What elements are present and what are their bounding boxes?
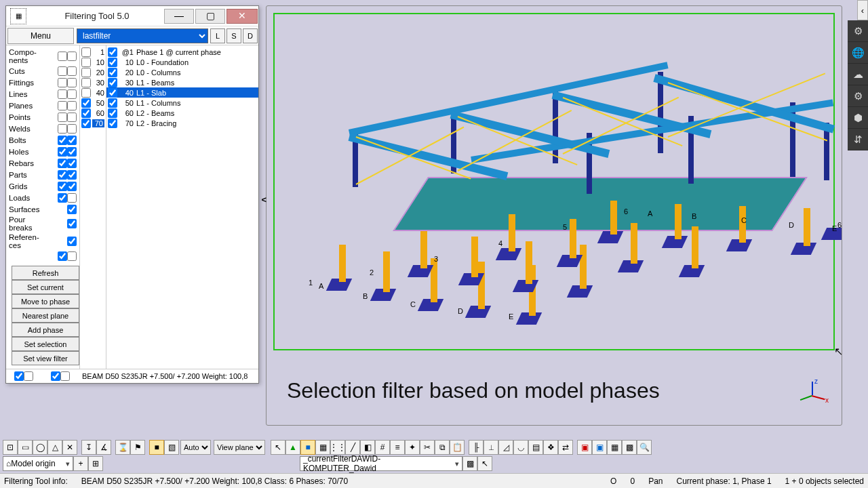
filter-combo[interactable]: lastfilter [77,28,208,43]
phase-cb[interactable] [108,98,117,108]
D-button[interactable]: D [243,28,258,43]
category-cb2[interactable] [67,159,77,168]
category-cb2[interactable] [67,78,77,87]
collapse-handle[interactable]: < [261,195,267,205]
app2-icon[interactable]: ▣ [592,440,607,455]
model-origin-combo[interactable]: ⌂ Model origin [3,456,73,471]
phase-num-cb[interactable] [81,68,91,77]
phase-num-cb[interactable] [81,119,91,128]
paste-icon[interactable]: 📋 [450,440,465,455]
phase-row[interactable]: 10L0 - Foundation [106,57,258,67]
tool-angle-icon[interactable]: ∡ [96,440,111,455]
set-selection-button[interactable]: Set selection [12,337,79,351]
phase-cb[interactable] [108,119,117,128]
category-cb2[interactable] [67,136,77,145]
phase-number[interactable]: 10 [92,58,104,66]
category-cb2[interactable] [67,193,77,203]
phase-number[interactable]: 40 [92,89,104,97]
category-cb1[interactable] [58,147,67,157]
tool-time-icon[interactable]: ⌛ [115,440,130,455]
all-cb1[interactable] [58,251,67,261]
info-cb4[interactable] [60,371,70,381]
cut-icon[interactable]: ✂ [420,440,435,455]
phase-num-cb[interactable] [81,88,91,98]
hash-icon[interactable]: # [375,440,390,455]
app1-icon[interactable]: ▣ [577,440,592,455]
category-cb2[interactable] [67,113,77,122]
wire-icon[interactable]: ▦ [315,440,330,455]
layers-icon[interactable]: ❖ [543,440,558,455]
set-current-button[interactable]: Set current [12,280,79,294]
tool-circle-icon[interactable]: ◯ [33,440,47,455]
phase-cb[interactable] [108,68,117,77]
tool-tri-icon[interactable]: △ [47,440,62,455]
right-panel-collapse[interactable]: ‹ [857,0,868,20]
L-button[interactable]: L [210,28,225,43]
swap-icon[interactable]: ⇄ [558,440,573,455]
category-cb2[interactable] [67,101,77,110]
move-to-phase-button[interactable]: Move to phase [12,294,79,308]
phase-row[interactable]: 70L2 - Bracing [106,118,258,128]
category-cb1[interactable] [58,170,67,180]
category-cb1[interactable] [58,89,67,99]
viewplane-combo[interactable]: View plane [214,440,265,455]
category-cb1[interactable] [67,237,77,246]
tool-x-icon[interactable]: ✕ [62,440,77,455]
scale-icon[interactable]: ⟂ [484,440,498,455]
phase-row[interactable]: 60L2 - Beams [106,108,258,118]
zoom-icon[interactable]: 🔍 [637,440,652,455]
phase-cb[interactable] [108,108,117,118]
ruler-icon[interactable]: ╟ [469,440,484,455]
refresh-button[interactable]: Refresh [12,266,79,280]
add-icon[interactable]: + [73,456,88,471]
arc-icon[interactable]: ◡ [513,440,528,455]
category-cb1[interactable] [58,136,67,145]
phase-cb[interactable] [108,47,117,57]
category-cb2[interactable] [67,52,77,61]
info-cb1[interactable] [14,371,24,381]
category-cb1[interactable] [67,219,77,228]
category-cb1[interactable] [67,205,77,214]
phase-cb[interactable] [108,88,117,98]
filter-grid-icon[interactable]: ▩ [462,456,477,471]
phase-row[interactable]: 40L1 - Slab [106,87,258,98]
phase-number[interactable]: 70 [92,119,104,127]
S-button[interactable]: S [226,28,241,43]
grid-icon[interactable]: ⋮⋮ [330,440,345,455]
tool-shade1-icon[interactable]: ■ [149,440,164,455]
category-cb2[interactable] [67,66,77,76]
phase-row[interactable]: @1Phase 1 @ current phase [106,47,258,57]
close-button[interactable]: ✕ [226,9,258,24]
corner-icon[interactable]: ◿ [498,440,513,455]
cursor-icon-btn[interactable]: ↖ [271,440,285,455]
tool-shade2-icon[interactable]: ▧ [164,440,179,455]
phase-number[interactable]: 20 [92,68,104,77]
phase-number[interactable]: 60 [92,109,104,117]
phase-num-cb[interactable] [81,98,91,108]
category-cb1[interactable] [58,159,67,168]
category-cb2[interactable] [67,124,77,134]
category-cb2[interactable] [67,89,77,99]
phase-num-cb[interactable] [81,108,91,118]
phase-row[interactable]: 30L1 - Beams [106,77,258,87]
category-cb1[interactable] [58,124,67,134]
list-icon[interactable]: ≡ [390,440,405,455]
line-icon[interactable]: ╱ [345,440,360,455]
set-view-filter-button[interactable]: Set view filter [12,351,79,365]
phase-row[interactable]: 20L0 - Columns [106,67,258,77]
info-cb2[interactable] [24,371,33,381]
category-cb1[interactable] [58,66,67,76]
all-cb2[interactable] [67,251,77,261]
cube-tool-icon[interactable]: ◧ [360,440,375,455]
category-cb1[interactable] [58,78,67,87]
phase-row[interactable]: 50L1 - Columns [106,98,258,108]
menu-button[interactable]: Menu [7,28,74,44]
phase-number[interactable]: 30 [92,79,104,87]
shaded-icon[interactable]: ■ [300,440,315,455]
category-cb2[interactable] [67,182,77,191]
panel-icon[interactable]: ▤ [528,440,543,455]
phase-num-cb[interactable] [81,58,91,67]
cube-icon[interactable]: ⬢ [848,107,868,129]
category-cb2[interactable] [67,170,77,180]
app4-icon[interactable]: ▩ [622,440,637,455]
